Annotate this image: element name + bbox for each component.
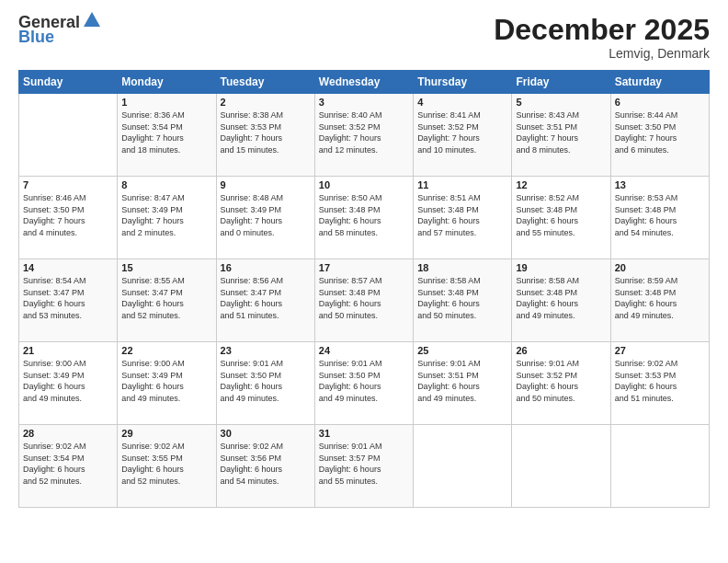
day-info: Sunrise: 9:01 AM Sunset: 3:57 PM Dayligh… (319, 442, 382, 486)
day-number: 19 (516, 262, 606, 273)
day-info: Sunrise: 8:54 AM Sunset: 3:47 PM Dayligh… (23, 276, 86, 320)
day-info: Sunrise: 8:58 AM Sunset: 3:48 PM Dayligh… (516, 276, 579, 320)
day-info: Sunrise: 9:02 AM Sunset: 3:54 PM Dayligh… (23, 442, 86, 486)
day-info: Sunrise: 9:00 AM Sunset: 3:49 PM Dayligh… (23, 359, 86, 403)
calendar-day-cell: 8Sunrise: 8:47 AM Sunset: 3:49 PM Daylig… (118, 177, 216, 259)
day-number: 1 (121, 97, 211, 108)
day-info: Sunrise: 8:58 AM Sunset: 3:48 PM Dayligh… (417, 276, 481, 320)
day-of-week-header: Sunday (19, 71, 118, 94)
day-info: Sunrise: 8:51 AM Sunset: 3:48 PM Dayligh… (417, 193, 481, 237)
day-info: Sunrise: 8:46 AM Sunset: 3:50 PM Dayligh… (23, 193, 86, 237)
day-info: Sunrise: 9:00 AM Sunset: 3:49 PM Dayligh… (121, 359, 185, 403)
calendar-day-cell: 22Sunrise: 9:00 AM Sunset: 3:49 PM Dayli… (118, 342, 216, 425)
day-of-week-header: Tuesday (216, 71, 314, 94)
day-number: 12 (516, 179, 606, 190)
location-subtitle: Lemvig, Denmark (494, 46, 710, 61)
svg-marker-0 (84, 12, 100, 27)
day-info: Sunrise: 9:01 AM Sunset: 3:51 PM Dayligh… (417, 359, 481, 403)
calendar-day-cell: 31Sunrise: 9:01 AM Sunset: 3:57 PM Dayli… (314, 425, 413, 508)
logo-icon (82, 10, 102, 30)
calendar-day-cell: 2Sunrise: 8:38 AM Sunset: 3:53 PM Daylig… (216, 94, 314, 177)
day-number: 15 (121, 262, 211, 273)
day-number: 8 (121, 179, 211, 190)
calendar-day-cell: 14Sunrise: 8:54 AM Sunset: 3:47 PM Dayli… (19, 259, 118, 342)
day-of-week-header: Saturday (610, 71, 709, 94)
day-number: 27 (615, 345, 705, 356)
calendar-day-cell (19, 94, 118, 177)
calendar-week-row: 1Sunrise: 8:36 AM Sunset: 3:54 PM Daylig… (19, 94, 710, 177)
day-info: Sunrise: 8:36 AM Sunset: 3:54 PM Dayligh… (121, 110, 185, 155)
calendar-day-cell: 16Sunrise: 8:56 AM Sunset: 3:47 PM Dayli… (216, 259, 314, 342)
day-info: Sunrise: 8:47 AM Sunset: 3:49 PM Dayligh… (121, 193, 185, 237)
day-number: 6 (615, 97, 705, 108)
calendar-day-cell: 19Sunrise: 8:58 AM Sunset: 3:48 PM Dayli… (512, 259, 610, 342)
day-info: Sunrise: 9:02 AM Sunset: 3:55 PM Dayligh… (121, 442, 185, 486)
calendar-day-cell: 30Sunrise: 9:02 AM Sunset: 3:56 PM Dayli… (216, 425, 314, 508)
day-of-week-header: Wednesday (314, 71, 413, 94)
day-info: Sunrise: 8:56 AM Sunset: 3:47 PM Dayligh… (221, 276, 284, 320)
calendar-day-cell: 29Sunrise: 9:02 AM Sunset: 3:55 PM Dayli… (118, 425, 216, 508)
day-info: Sunrise: 9:01 AM Sunset: 3:50 PM Dayligh… (319, 359, 382, 403)
title-block: December 2025 Lemvig, Denmark (494, 14, 710, 61)
day-info: Sunrise: 8:59 AM Sunset: 3:48 PM Dayligh… (615, 276, 678, 320)
day-number: 18 (417, 262, 507, 273)
day-number: 30 (221, 428, 311, 439)
day-of-week-header: Monday (118, 71, 216, 94)
day-number: 2 (221, 97, 311, 108)
day-number: 21 (23, 345, 113, 356)
calendar-day-cell: 13Sunrise: 8:53 AM Sunset: 3:48 PM Dayli… (610, 177, 709, 259)
calendar-day-cell: 27Sunrise: 9:02 AM Sunset: 3:53 PM Dayli… (610, 342, 709, 425)
calendar-week-row: 28Sunrise: 9:02 AM Sunset: 3:54 PM Dayli… (19, 425, 710, 508)
day-number: 26 (516, 345, 606, 356)
logo: General Blue (18, 14, 102, 45)
day-info: Sunrise: 8:55 AM Sunset: 3:47 PM Dayligh… (121, 276, 185, 320)
header: General Blue December 2025 Lemvig, Denma… (18, 14, 710, 61)
day-number: 3 (319, 97, 409, 108)
day-info: Sunrise: 8:50 AM Sunset: 3:48 PM Dayligh… (319, 193, 382, 237)
day-number: 25 (417, 345, 507, 356)
day-info: Sunrise: 8:40 AM Sunset: 3:52 PM Dayligh… (319, 110, 382, 155)
calendar-week-row: 14Sunrise: 8:54 AM Sunset: 3:47 PM Dayli… (19, 259, 710, 342)
day-number: 7 (23, 179, 113, 190)
calendar-day-cell: 15Sunrise: 8:55 AM Sunset: 3:47 PM Dayli… (118, 259, 216, 342)
day-number: 17 (319, 262, 409, 273)
calendar-header-row: SundayMondayTuesdayWednesdayThursdayFrid… (19, 71, 710, 94)
calendar-day-cell: 6Sunrise: 8:44 AM Sunset: 3:50 PM Daylig… (610, 94, 709, 177)
day-info: Sunrise: 8:41 AM Sunset: 3:52 PM Dayligh… (417, 110, 481, 155)
calendar-day-cell: 5Sunrise: 8:43 AM Sunset: 3:51 PM Daylig… (512, 94, 610, 177)
day-info: Sunrise: 8:44 AM Sunset: 3:50 PM Dayligh… (615, 110, 678, 155)
calendar-day-cell: 12Sunrise: 8:52 AM Sunset: 3:48 PM Dayli… (512, 177, 610, 259)
day-number: 29 (121, 428, 211, 439)
calendar-day-cell: 10Sunrise: 8:50 AM Sunset: 3:48 PM Dayli… (314, 177, 413, 259)
page: General Blue December 2025 Lemvig, Denma… (0, 0, 728, 563)
day-info: Sunrise: 8:48 AM Sunset: 3:49 PM Dayligh… (221, 193, 284, 237)
calendar-day-cell: 18Sunrise: 8:58 AM Sunset: 3:48 PM Dayli… (414, 259, 512, 342)
day-number: 23 (221, 345, 311, 356)
day-number: 11 (417, 179, 507, 190)
day-number: 31 (319, 428, 409, 439)
calendar-day-cell: 20Sunrise: 8:59 AM Sunset: 3:48 PM Dayli… (610, 259, 709, 342)
month-title: December 2025 (494, 14, 710, 46)
day-info: Sunrise: 9:01 AM Sunset: 3:50 PM Dayligh… (221, 359, 284, 403)
calendar-day-cell (414, 425, 512, 508)
calendar-day-cell: 28Sunrise: 9:02 AM Sunset: 3:54 PM Dayli… (19, 425, 118, 508)
day-number: 16 (221, 262, 311, 273)
calendar-week-row: 7Sunrise: 8:46 AM Sunset: 3:50 PM Daylig… (19, 177, 710, 259)
day-number: 24 (319, 345, 409, 356)
day-info: Sunrise: 8:43 AM Sunset: 3:51 PM Dayligh… (516, 110, 579, 155)
day-number: 10 (319, 179, 409, 190)
calendar-day-cell: 1Sunrise: 8:36 AM Sunset: 3:54 PM Daylig… (118, 94, 216, 177)
day-of-week-header: Thursday (414, 71, 512, 94)
day-number: 14 (23, 262, 113, 273)
logo-blue: Blue (18, 29, 54, 45)
calendar-day-cell: 7Sunrise: 8:46 AM Sunset: 3:50 PM Daylig… (19, 177, 118, 259)
day-number: 9 (221, 179, 311, 190)
day-number: 4 (417, 97, 507, 108)
day-info: Sunrise: 9:02 AM Sunset: 3:56 PM Dayligh… (221, 442, 284, 486)
calendar-day-cell: 9Sunrise: 8:48 AM Sunset: 3:49 PM Daylig… (216, 177, 314, 259)
day-of-week-header: Friday (512, 71, 610, 94)
day-info: Sunrise: 9:01 AM Sunset: 3:52 PM Dayligh… (516, 359, 579, 403)
calendar-week-row: 21Sunrise: 9:00 AM Sunset: 3:49 PM Dayli… (19, 342, 710, 425)
day-info: Sunrise: 8:57 AM Sunset: 3:48 PM Dayligh… (319, 276, 382, 320)
calendar-day-cell (610, 425, 709, 508)
